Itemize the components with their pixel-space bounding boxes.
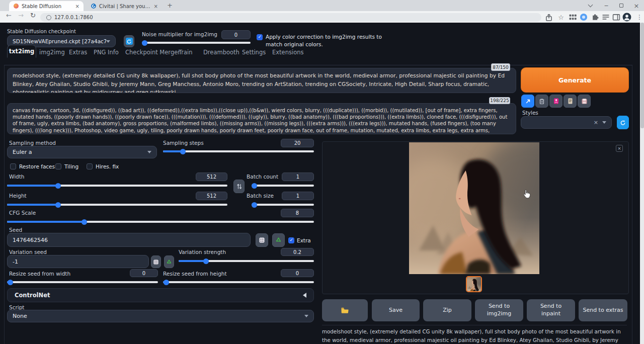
save-button[interactable]: Save — [372, 299, 420, 321]
sampling-steps-slider[interactable] — [163, 148, 314, 154]
chevron-down-icon — [147, 151, 151, 153]
cfg-scale-slider[interactable] — [7, 219, 314, 225]
negative-prompt-textarea[interactable]: canvas frame, cartoon, 3d, ((disfigured)… — [7, 103, 516, 134]
browser-tab-stable-diffusion[interactable]: Stable Diffusion — [9, 1, 84, 11]
styles-refresh-button[interactable] — [617, 116, 629, 129]
save-style-button[interactable] — [578, 95, 591, 108]
profile-avatar[interactable] — [622, 13, 631, 22]
send-to-img2img-button[interactable]: Send to img2img — [475, 299, 523, 321]
height-slider[interactable] — [7, 202, 227, 208]
resize-seed-width-value[interactable]: 0 — [130, 269, 158, 277]
share-icon[interactable] — [544, 13, 553, 22]
variation-reuse-seed-button[interactable] — [164, 255, 174, 268]
gallery-thumbnail-selected[interactable] — [466, 276, 482, 292]
reload-button[interactable] — [30, 12, 36, 19]
seed-input[interactable]: 1476462546 — [7, 233, 251, 247]
generated-image[interactable] — [409, 142, 539, 274]
tab-train[interactable]: Train — [179, 49, 193, 56]
tab-dreambooth[interactable]: Dreambooth — [203, 49, 239, 56]
restore-faces-checkbox[interactable] — [10, 163, 16, 169]
extra-seed-checkbox[interactable] — [288, 237, 294, 243]
blue-extension-icon[interactable] — [579, 13, 588, 22]
send-to-extras-button[interactable]: Send to extras — [579, 299, 627, 321]
variation-random-seed-button[interactable] — [151, 255, 161, 268]
cfg-scale-value[interactable]: 8 — [281, 209, 314, 217]
site-info-icon[interactable] — [46, 15, 51, 20]
card-icon — [553, 98, 559, 105]
new-tab-button[interactable] — [167, 2, 173, 9]
forward-button[interactable] — [18, 12, 24, 19]
browser-tab-civitai[interactable]: Civitai | Share your models — [87, 1, 162, 11]
extra-networks-button[interactable] — [549, 95, 562, 108]
tab-extras[interactable]: Extras — [69, 49, 87, 56]
generation-info-text: modelshoot style, (extremely detailed CG… — [322, 327, 627, 343]
tab-settings[interactable]: Settings — [242, 49, 266, 56]
address-bar[interactable]: 127.0.0.1:7860 — [40, 13, 541, 22]
clear-styles-icon[interactable] — [594, 119, 598, 126]
tab-close-icon[interactable] — [75, 4, 79, 9]
paste-params-button[interactable] — [521, 95, 534, 108]
sampling-method-dropdown[interactable]: Euler a — [7, 146, 157, 158]
extensions-puzzle-icon[interactable] — [590, 13, 599, 22]
apply-style-button[interactable] — [564, 95, 577, 108]
noise-multiplier-slider[interactable] — [142, 40, 251, 46]
styles-dropdown[interactable] — [521, 116, 612, 129]
swap-width-height-button[interactable] — [233, 180, 245, 193]
batch-count-value[interactable]: 1 — [282, 173, 314, 181]
resize-seed-height-slider[interactable] — [163, 279, 314, 285]
tab-img2img[interactable]: img2img — [39, 49, 65, 56]
styles-label: Styles — [522, 110, 538, 116]
width-slider[interactable] — [7, 183, 227, 189]
variation-seed-input[interactable]: -1 — [7, 255, 149, 268]
resize-seed-height-label: Resize seed from height — [163, 271, 227, 277]
browser-menu-icon[interactable] — [635, 13, 644, 22]
batch-count-slider[interactable] — [252, 183, 314, 189]
color-correction-checkbox[interactable] — [257, 34, 263, 40]
sampling-steps-value[interactable]: 20 — [281, 139, 314, 147]
scrollbar-thumb[interactable] — [640, 23, 644, 128]
color-correction-label: Apply color correction to img2img result… — [266, 33, 397, 48]
checkpoint-label: Stable Diffusion checkpoint — [7, 29, 76, 34]
tiling-checkbox[interactable] — [55, 163, 61, 169]
variation-strength-slider[interactable] — [179, 258, 314, 264]
batch-count-label: Batch count — [247, 174, 278, 180]
prompt-textarea[interactable]: modelshoot style, (extremely detailed CG… — [7, 68, 516, 93]
window-menu-chevron[interactable] — [583, 0, 598, 11]
random-seed-button[interactable] — [256, 233, 268, 247]
window-restore-button[interactable] — [614, 0, 629, 11]
width-value[interactable]: 512 — [196, 173, 227, 181]
noise-multiplier-value[interactable]: 0 — [221, 30, 251, 39]
tab-close-icon[interactable] — [154, 4, 158, 9]
tab-png-info[interactable]: PNG Info — [94, 49, 119, 56]
tab-extensions[interactable]: Extensions — [272, 49, 303, 56]
controlnet-accordion[interactable]: ControlNet — [7, 288, 314, 302]
tab-checkpoint-merger[interactable]: Checkpoint Merger — [125, 49, 180, 56]
bookmark-star-icon[interactable] — [556, 13, 566, 22]
height-value[interactable]: 512 — [196, 192, 227, 200]
generate-button[interactable]: Generate — [521, 67, 629, 93]
close-gallery-button[interactable] — [616, 145, 623, 152]
reading-list-icon[interactable] — [601, 13, 610, 22]
checkpoint-refresh-button[interactable] — [124, 35, 134, 47]
window-close-button[interactable] — [629, 0, 644, 11]
resize-seed-height-value[interactable]: 0 — [281, 269, 314, 277]
variation-strength-label: Variation strength — [179, 249, 226, 255]
variation-strength-value[interactable]: 0.2 — [281, 248, 314, 256]
hires-fix-checkbox[interactable] — [87, 163, 93, 169]
resize-seed-width-slider[interactable] — [7, 279, 158, 285]
send-to-inpaint-button[interactable]: Send to inpaint — [527, 299, 575, 321]
tab-txt2img[interactable]: txt2img — [7, 45, 36, 58]
zip-button[interactable]: Zip — [423, 299, 471, 321]
back-button[interactable] — [6, 12, 12, 19]
script-dropdown[interactable]: None — [7, 310, 314, 322]
clear-prompt-button[interactable] — [535, 95, 548, 108]
window-minimize-button[interactable] — [599, 0, 614, 11]
batch-size-value[interactable]: 1 — [282, 192, 314, 200]
url-text: 127.0.0.1:7860 — [54, 15, 93, 20]
extension-grid-icon[interactable] — [568, 13, 577, 22]
reuse-seed-button[interactable] — [272, 233, 285, 247]
sd-webui-page: Stable Diffusion checkpoint SD15NewVAEpr… — [0, 23, 640, 344]
open-folder-button[interactable] — [322, 299, 368, 321]
batch-size-slider[interactable] — [252, 202, 314, 208]
side-panel-icon[interactable] — [612, 13, 621, 22]
